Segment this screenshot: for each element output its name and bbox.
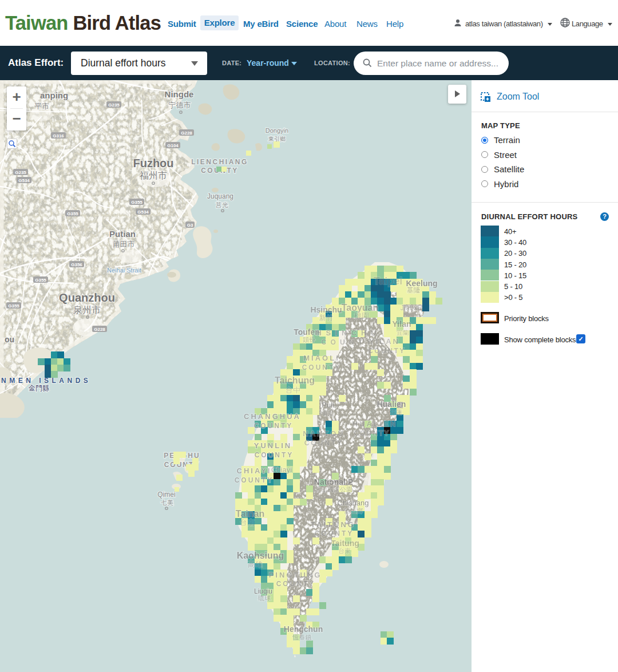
svg-text:埔里: 埔里 [320,410,334,417]
svg-text:Kaohsiung: Kaohsiung [237,551,284,560]
svg-text:C O U N T Y: C O U N T Y [321,338,372,346]
svg-text:Chiayi: Chiayi [271,465,292,474]
svg-text:莆田市: 莆田市 [113,240,135,248]
svg-text:COUNTY: COUNTY [255,451,294,459]
svg-text:平市: 平市 [34,102,49,110]
svg-text:恆春鎮: 恆春鎮 [292,634,312,641]
svg-text:NANTOU: NANTOU [303,429,344,438]
svg-text:COUNTY: COUNTY [235,476,274,484]
svg-text:桃園: 桃園 [354,311,369,320]
svg-text:MIAOLI: MIAOLI [303,354,340,362]
svg-text:COUNTY: COUNTY [368,347,406,355]
svg-text:G3: G3 [187,223,193,228]
svg-text:高雄: 高雄 [248,560,263,568]
svg-text:七美: 七美 [160,499,173,506]
svg-text:NMEN ISLANDS: NMEN ISLANDS [1,377,91,385]
svg-text:G355: G355 [131,200,142,205]
svg-text:G355: G355 [8,303,19,309]
svg-text:G355: G355 [67,211,78,216]
svg-text:G355: G355 [35,278,46,283]
svg-text:宁德市: 宁德市 [169,101,191,109]
svg-text:Hsinchu: Hsinchu [310,305,342,314]
svg-text:PINGTUNG: PINGTUNG [269,571,322,579]
svg-text:G316: G316 [53,133,64,139]
svg-text:金門縣: 金門縣 [28,384,49,392]
svg-text:Hengchun: Hengchun [284,624,323,634]
svg-text:台東: 台東 [338,547,351,554]
svg-text:LIENCHIANG: LIENCHIANG [191,158,248,166]
svg-text:YILAN: YILAN [369,337,400,346]
svg-text:Tainan: Tainan [236,509,264,519]
svg-text:Puli: Puli [322,401,334,409]
svg-text:琉球: 琉球 [258,595,271,602]
svg-text:Chishang: Chishang [338,499,369,507]
svg-text:G534: G534 [137,209,149,215]
svg-text:National P: National P [314,477,353,487]
svg-text:基隆: 基隆 [407,286,421,294]
svg-text:Taipei: Taipei [374,275,403,287]
svg-text:頭份: 頭份 [303,336,315,343]
svg-text:COUNTY: COUNTY [254,422,294,430]
svg-text:anping: anping [40,90,68,100]
svg-text:COUNTY: COUNTY [276,580,316,588]
svg-text:玉山國家公園: 玉山國家公園 [315,486,352,493]
svg-text:H S I N C H U: H S I N C H U [316,329,378,337]
svg-text:泉州市: 泉州市 [73,305,101,315]
svg-text:CHIAYI: CHIAYI [237,467,272,475]
svg-text:G228: G228 [181,131,192,136]
svg-text:台南: 台南 [240,518,255,527]
svg-text:新竹: 新竹 [319,314,333,322]
svg-text:台中: 台中 [286,386,300,394]
svg-text:Neihai Strait: Neihai Strait [107,267,141,274]
svg-text:COUNTY: COUNTY [304,439,344,447]
svg-text:YUNLIN: YUNLIN [254,441,292,450]
svg-text:Putian: Putian [109,229,136,239]
svg-text:G235: G235 [15,170,26,175]
svg-text:G104: G104 [167,143,179,148]
svg-text:CHANGHUA: CHANGHUA [244,412,301,421]
svg-text:COUNTY: COUNTY [302,363,342,371]
svg-text:莒光: 莒光 [215,201,228,208]
svg-text:Taichung: Taichung [275,375,315,385]
svg-text:COUNTY: COUNTY [315,529,354,537]
svg-text:ou: ou [5,335,14,344]
svg-text:Juquang: Juquang [207,192,233,200]
svg-text:HUALIEN: HUALIEN [352,420,398,428]
svg-text:福州市: 福州市 [140,171,167,180]
svg-text:G534: G534 [18,178,30,183]
svg-text:Yilan: Yilan [393,319,411,329]
svg-text:Hualien: Hualien [377,400,406,409]
svg-text:池上鄉: 池上鄉 [344,507,363,514]
svg-text:東引鄉: 東引鄉 [268,136,286,142]
svg-text:花蓮: 花蓮 [390,409,402,416]
svg-text:Taitung: Taitung [331,539,359,548]
svg-text:Quanzhou: Quanzhou [59,291,115,304]
svg-text:COUNTY: COUNTY [354,429,390,437]
svg-text:Liuqiu: Liuqiu [254,587,272,595]
svg-text:G235: G235 [108,102,120,108]
svg-text:Jiaoxi: Jiaoxi [400,303,419,312]
svg-text:宜蘭: 宜蘭 [397,329,409,336]
svg-text:Ningde: Ningde [165,89,194,99]
svg-text:TAITUNG: TAITUNG [311,520,355,529]
svg-text:G356: G356 [71,262,82,267]
svg-text:G228: G228 [94,327,105,332]
svg-text:Fuzhou: Fuzhou [133,157,173,169]
svg-text:Dongyin: Dongyin [266,127,288,134]
svg-text:Qimei: Qimei [157,491,175,499]
